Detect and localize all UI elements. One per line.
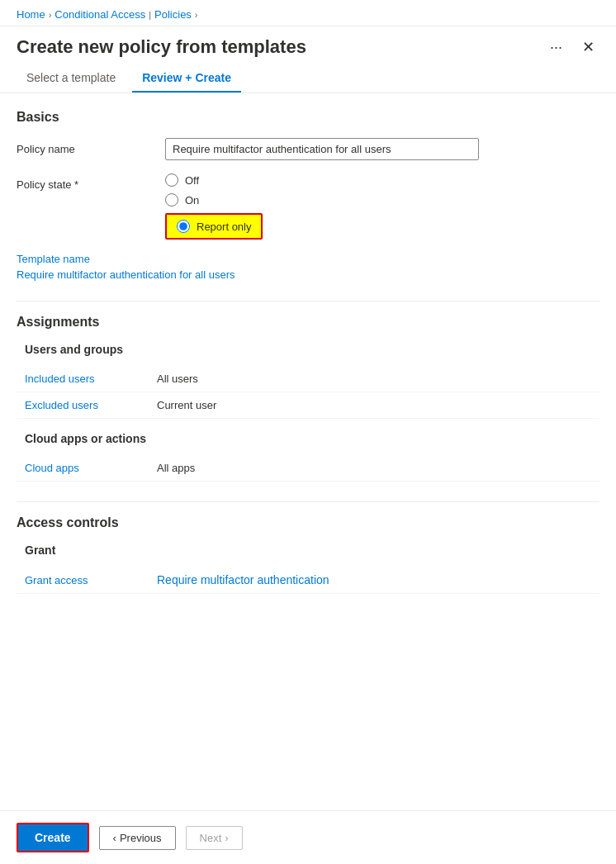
grant-access-value: Require multifactor authentication xyxy=(157,573,329,586)
report-only-box: Report only xyxy=(165,213,263,240)
header-row: Create new policy from templates ··· ✕ xyxy=(0,26,616,64)
breadcrumb-home[interactable]: Home xyxy=(17,8,45,21)
grant-access-label[interactable]: Grant access xyxy=(25,574,157,586)
grant-access-row: Grant access Require multifactor authent… xyxy=(17,567,599,594)
policy-state-row: Policy state * Off On Report xyxy=(17,173,599,240)
breadcrumb-sep-1: › xyxy=(49,10,52,20)
radio-off-label[interactable]: Off xyxy=(185,174,199,187)
assignments-title: Assignments xyxy=(17,315,599,330)
radio-on: On xyxy=(165,193,599,207)
radio-on-label[interactable]: On xyxy=(185,194,199,207)
grant-title: Grant xyxy=(17,544,599,557)
grant-access-link[interactable]: Require multifactor authentication xyxy=(157,573,329,586)
cloud-apps-row: Cloud apps All apps xyxy=(17,455,599,482)
breadcrumb-sep-3: › xyxy=(195,10,198,20)
excluded-users-label[interactable]: Excluded users xyxy=(25,399,157,411)
tab-review-create[interactable]: Review + Create xyxy=(132,64,241,93)
close-button[interactable]: ✕ xyxy=(577,36,599,58)
policy-state-options: Off On Report only xyxy=(165,173,599,240)
cloud-apps-title: Cloud apps or actions xyxy=(17,432,599,445)
template-name-label: Template name xyxy=(17,253,599,265)
main-panel: Home › Conditional Access | Policies › C… xyxy=(0,0,616,864)
next-label: Next xyxy=(200,832,222,844)
access-controls-title: Access controls xyxy=(17,515,599,530)
access-controls-section: Access controls Grant Grant access Requi… xyxy=(17,515,599,594)
radio-report-only-label[interactable]: Report only xyxy=(197,221,251,233)
page-title: Create new policy from templates xyxy=(17,36,306,58)
excluded-users-row: Excluded users Current user xyxy=(17,392,599,419)
assignments-section: Assignments Users and groups Included us… xyxy=(17,315,599,482)
divider-2 xyxy=(17,501,599,502)
next-button[interactable]: Next › xyxy=(186,826,243,850)
radio-off-input[interactable] xyxy=(165,173,178,187)
included-users-row: Included users All users xyxy=(17,366,599,392)
basics-section: Basics Policy name Require multifactor a… xyxy=(17,110,599,281)
content-area: Basics Policy name Require multifactor a… xyxy=(0,93,616,810)
next-chevron-icon: › xyxy=(225,832,228,844)
breadcrumb: Home › Conditional Access | Policies › xyxy=(0,0,616,26)
policy-name-value: Require multifactor authentication for a… xyxy=(165,138,599,160)
policy-state-label: Policy state * xyxy=(17,173,165,191)
cloud-apps-value: All apps xyxy=(157,462,195,474)
users-groups-block: Users and groups Included users All user… xyxy=(17,343,599,419)
included-users-label[interactable]: Included users xyxy=(25,373,157,385)
cloud-apps-label[interactable]: Cloud apps xyxy=(25,462,157,474)
policy-name-row: Policy name Require multifactor authenti… xyxy=(17,138,599,160)
breadcrumb-policies[interactable]: Policies xyxy=(154,8,192,21)
tabs-bar: Select a template Review + Create xyxy=(0,64,616,93)
create-button[interactable]: Create xyxy=(17,823,89,852)
radio-on-input[interactable] xyxy=(165,193,178,207)
excluded-users-value: Current user xyxy=(157,399,216,411)
basics-title: Basics xyxy=(17,110,599,125)
previous-button[interactable]: ‹ Previous xyxy=(99,826,176,850)
divider-1 xyxy=(17,301,599,301)
previous-chevron-icon: ‹ xyxy=(113,832,116,844)
cloud-apps-block: Cloud apps or actions Cloud apps All app… xyxy=(17,432,599,482)
more-options-button[interactable]: ··· xyxy=(545,37,567,58)
users-groups-title: Users and groups xyxy=(17,343,599,356)
radio-off: Off xyxy=(165,173,599,187)
included-users-value: All users xyxy=(157,373,198,385)
radio-group: Off On Report only xyxy=(165,173,599,240)
template-name-block: Template name Require multifactor authen… xyxy=(17,253,599,281)
header-actions: ··· ✕ xyxy=(545,36,599,58)
policy-name-input[interactable]: Require multifactor authentication for a… xyxy=(165,138,479,160)
grant-block: Grant Grant access Require multifactor a… xyxy=(17,544,599,594)
previous-label: Previous xyxy=(120,832,162,844)
template-name-value: Require multifactor authentication for a… xyxy=(17,268,599,281)
policy-name-label: Policy name xyxy=(17,138,165,155)
breadcrumb-sep-2: | xyxy=(149,10,151,20)
footer: Create ‹ Previous Next › xyxy=(0,810,616,864)
radio-report-only-input[interactable] xyxy=(177,220,190,233)
tab-select-template[interactable]: Select a template xyxy=(17,64,126,93)
breadcrumb-conditional-access[interactable]: Conditional Access xyxy=(54,8,145,21)
